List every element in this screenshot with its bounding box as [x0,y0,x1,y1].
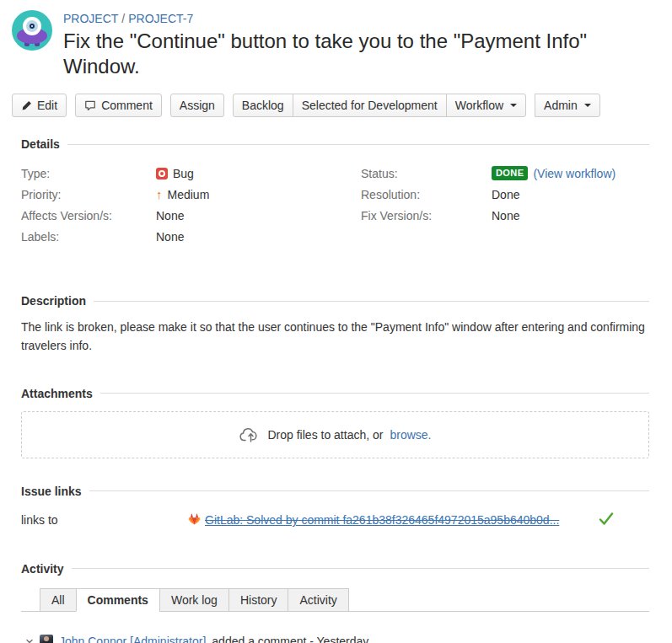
section-divider [94,301,649,302]
issue-links-section: Issue links links to GitLab: Solved by c… [0,485,672,528]
backlog-button-label: Backlog [242,99,284,112]
section-divider [72,568,649,569]
browse-link[interactable]: browse. [390,428,431,442]
admin-dropdown-button[interactable]: Admin [535,94,600,117]
comment-author-link[interactable]: John Connor [Administrator] [59,635,206,643]
breadcrumb-separator: / [121,12,125,25]
project-avatar-icon [12,10,52,51]
breadcrumb-issue-link[interactable]: PROJECT-7 [128,12,193,25]
selected-for-development-label: Selected for Development [302,99,438,112]
field-resolution: Resolution: Done [361,184,649,205]
priority-value: Medium [168,188,210,201]
section-divider [89,490,649,491]
activity-tabs: All Comments Work log History Activity [21,588,649,612]
status-label: Status: [361,167,492,180]
priority-label: Priority: [21,188,156,201]
view-workflow-link[interactable]: (View workflow) [533,167,616,180]
description-text: The link is broken, please make it so th… [21,318,649,356]
details-heading: Details [21,137,60,151]
caret-down-icon [510,104,517,107]
assign-button-label: Assign [180,99,215,112]
field-type: Type: Bug [21,163,361,184]
type-label: Type: [21,167,156,180]
section-divider [67,144,649,145]
field-fix-versions: Fix Version/s: None [361,205,649,226]
tab-activity[interactable]: Activity [288,588,348,612]
admin-button-group: Admin [535,94,600,117]
cloud-upload-icon [239,426,261,444]
field-status: Status: DONE (View workflow) [361,163,649,184]
file-dropzone[interactable]: Drop files to attach, or browse. [21,411,649,458]
dropzone-text: Drop files to attach, or [268,428,384,442]
details-section: Details Type: Bug Priority: ↑ Medium Aff… [0,137,672,247]
labels-label: Labels: [21,230,156,244]
gitlab-tanuki-icon [188,513,201,528]
affects-versions-label: Affects Version/s: [21,209,156,222]
chevron-down-icon[interactable] [25,637,34,643]
issue-toolbar: Edit Comment Assign Backlog Selected for… [0,94,672,117]
workflow-button-label: Workflow [455,99,503,112]
assign-button[interactable]: Assign [170,94,224,117]
resolution-value: Done [492,188,519,201]
issue-header: PROJECT/PROJECT-7 Fix the "Continue" but… [0,0,672,79]
edit-button-label: Edit [37,99,57,112]
caret-down-icon [584,104,591,107]
tab-comments[interactable]: Comments [76,588,160,612]
green-check-icon [599,512,614,528]
attachments-heading: Attachments [21,387,93,400]
resolution-label: Resolution: [361,188,492,201]
link-relation-label: links to [21,513,188,527]
issue-link-row: links to GitLab: Solved by commit fa261b… [21,512,649,528]
breadcrumb-project-link[interactable]: PROJECT [63,12,118,25]
field-priority: Priority: ↑ Medium [21,184,361,205]
fix-versions-value: None [492,209,519,222]
description-heading: Description [21,294,86,308]
field-affects-versions: Affects Version/s: None [21,205,361,226]
comment-meta: added a comment - Yesterday [212,635,368,643]
activity-heading: Activity [21,562,64,576]
labels-value: None [156,230,184,244]
bug-icon [156,168,168,180]
comment-item: John Connor [Administrator] added a comm… [21,635,649,643]
workflow-dropdown-button[interactable]: Workflow [446,94,526,117]
page-title: Fix the "Continue" button to take you to… [63,29,649,79]
comment-button[interactable]: Comment [75,94,162,117]
attachments-section: Attachments Drop files to attach, or bro… [0,387,672,458]
status-badge: DONE [492,166,528,180]
gitlab-commit-link[interactable]: GitLab: Solved by commit fa261b38f326465… [205,513,559,527]
breadcrumb: PROJECT/PROJECT-7 [63,12,649,25]
arrow-up-icon: ↑ [156,188,163,201]
comment-button-label: Comment [101,99,153,112]
section-divider [100,393,649,394]
user-photo-avatar [40,635,53,643]
tab-all[interactable]: All [40,588,77,612]
speech-bubble-icon [84,99,96,111]
issue-links-heading: Issue links [21,485,82,498]
selected-for-development-button[interactable]: Selected for Development [293,94,447,117]
edit-button[interactable]: Edit [12,94,67,117]
pencil-icon [21,100,32,111]
tab-work-log[interactable]: Work log [159,588,229,612]
type-value: Bug [173,167,194,180]
tab-history[interactable]: History [228,588,289,612]
fix-versions-label: Fix Version/s: [361,209,492,222]
affects-versions-value: None [156,209,184,222]
backlog-button[interactable]: Backlog [233,94,293,117]
field-labels: Labels: None [21,226,361,247]
description-section: Description The link is broken, please m… [0,294,672,356]
workflow-button-group: Backlog Selected for Development Workflo… [233,94,526,117]
activity-section: Activity All Comments Work log History A… [0,562,672,643]
admin-button-label: Admin [544,99,578,112]
